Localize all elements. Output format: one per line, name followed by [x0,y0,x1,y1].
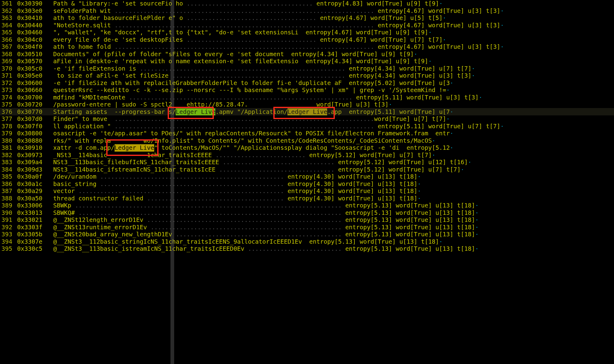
eol-marker: · [432,137,436,144]
eol-marker: · [500,43,504,50]
code-line[interactable]: 385 0x30a0f /dev/urandom ...............… [0,173,504,180]
address: 0x309a4 [17,159,42,166]
eol-marker: · [475,216,479,223]
address: 0x30a50 [17,195,42,202]
address: 0x307d0 [17,115,42,122]
eol-marker: · [428,58,432,65]
eol-marker: · [450,144,454,151]
code-line[interactable]: 366 0x304c0 every file of de-e 'set desk… [0,36,504,44]
code-line[interactable]: 369 0x30570 aFile in (deskto-e 'repeat w… [0,58,504,65]
line-number: 380 [0,137,14,145]
eol-marker: · [443,36,446,43]
code-line[interactable]: 384 0x309d3 NSt3__114basic_ifstreamIcNS_… [0,166,504,173]
address: 0x305c0 [17,65,42,72]
eol-marker: · [475,245,479,252]
code-line[interactable]: 370 0x305c0 -e 'if fileExtension is ....… [0,65,504,72]
line-number: 364 [0,22,14,29]
line-number: 385 [0,173,14,180]
code-line[interactable]: 363 0x30410 ath to folder basourceFilePl… [0,14,504,22]
address: 0x3303f [17,224,42,231]
eol-marker: · [439,238,443,245]
line-number: 378 [0,123,14,130]
code-line[interactable]: 381 0x30910 xattr -d com.app/Ledger Live… [0,144,504,152]
line-number: 387 [0,188,14,195]
code-line[interactable]: 387 0x30a29 vector .....................… [0,188,504,195]
code-line[interactable]: 372 0x30600 -e 'if fileSize ath with rep… [0,79,504,87]
code-line[interactable]: 373 0x30660 questerRsrc --keditto -c -k … [0,87,504,94]
code-line[interactable]: 383 0x309a4 NSt3__113basic_filebufIcNS_1… [0,159,504,166]
code-line[interactable]: 394 0x3307e @__ZNSt3__112basic_stringIcN… [0,238,504,246]
address: 0x30800 [17,130,42,137]
eol-marker: · [443,14,446,21]
line-number: 365 [0,29,14,36]
line-number: 369 [0,58,14,65]
line-number: 381 [0,144,14,152]
eol-marker: · [475,202,479,209]
code-line[interactable]: 376 0x30770 Starting assets --progress-b… [0,108,504,116]
address: 0x30a1c [17,180,42,188]
address: 0x30390 [17,0,42,7]
address: 0x30a29 [17,188,42,195]
code-line[interactable]: 378 0x307f0 ll application " ...........… [0,123,504,130]
code-line[interactable]: 368 0x30510 Documents" of (pfile of fold… [0,51,504,58]
line-number: 382 [0,152,14,159]
eol-marker: · [428,29,432,36]
eol-marker: · [450,108,454,115]
code-line[interactable]: 374 0x30700 mdfind "kMDItemConte .......… [0,94,504,101]
line-number: 376 [0,108,14,116]
line-number: 375 [0,101,14,108]
line-number: 389 [0,202,14,209]
code-line[interactable]: 388 0x30a50 thread constructor failed ..… [0,195,504,202]
line-number: 361 [0,0,14,7]
eol-marker: · [417,180,421,188]
code-line[interactable]: 382 0x30973 _NSt3__114basic_ 1char_trait… [0,152,504,159]
search-match: Ledger Live [287,108,327,116]
address: 0x30973 [17,152,42,159]
address: 0x30600 [17,79,42,87]
eol-marker: · [450,79,454,87]
code-line[interactable]: 371 0x305e0 to size of aFil-e 'set fileS… [0,72,504,79]
eol-marker: · [475,209,479,216]
line-number: 391 [0,216,14,224]
code-line[interactable]: 389 0x33006 SBWKp ......................… [0,202,504,209]
code-line[interactable]: 390 0x33013 SBWKQ# .....................… [0,209,504,217]
code-line[interactable]: 392 0x3303f @__ZNSt13runtime_errorD1Ev .… [0,224,504,231]
code-line[interactable]: 365 0x30460 ", "wallet", "ke "doccx", "r… [0,29,504,36]
code-line[interactable]: 362 0x303e0 seFolderPath wit ...........… [0,7,504,15]
line-number: 392 [0,224,14,231]
eol-marker: · [414,51,417,58]
eol-marker: · [417,173,421,180]
line-number: 386 [0,180,14,188]
eol-marker: · [468,159,471,166]
line-number: 394 [0,238,14,246]
eol-marker: · [500,22,504,29]
address: 0x30440 [17,22,42,29]
address: 0x30660 [17,87,42,94]
address: 0x30570 [17,58,42,65]
address: 0x33006 [17,202,42,209]
line-number: 384 [0,166,14,173]
line-number: 379 [0,130,14,137]
code-line[interactable]: 395 0x330c5 @__ZNSt3__113basic_istreamIc… [0,245,504,253]
code-line[interactable]: 393 0x3305b @__ZNSt20bad_array_new_lengt… [0,231,504,238]
line-number: 374 [0,94,14,101]
line-number: 372 [0,79,14,87]
code-line[interactable]: 379 0x30800 osascript -e 'te/app.asar" t… [0,130,504,137]
address: 0x30880 [17,137,42,144]
address: 0x330c5 [17,245,42,252]
code-line[interactable]: 391 0x33021 @__ZNSt12length_errorD1Ev ..… [0,216,504,224]
code-line[interactable]: 380 0x30880 rks/" with repla wo/Info.pli… [0,137,504,145]
code-line[interactable]: 386 0x30a1c basic_string ...............… [0,180,504,188]
eol-marker: · [432,152,436,159]
eol-marker: · [479,94,483,101]
code-line[interactable]: 367 0x304f0 ath to home fold ...........… [0,43,504,51]
code-line[interactable]: 361 0x30390 Path & "Library:-e 'set sour… [0,0,504,7]
code-line[interactable]: 377 0x307d0 Finder" to move ............… [0,115,504,123]
code-line[interactable]: 375 0x30720 /password-entere | sudo -S s… [0,101,504,108]
line-number: 362 [0,7,14,15]
address: 0x33021 [17,216,42,223]
code-line[interactable]: 364 0x30440 "NoteStore.sqlit ...........… [0,22,504,29]
address: 0x30770 [17,108,42,115]
address: 0x30460 [17,29,42,36]
code-editor[interactable]: 361 0x30390 Path & "Library:-e 'set sour… [0,0,504,253]
